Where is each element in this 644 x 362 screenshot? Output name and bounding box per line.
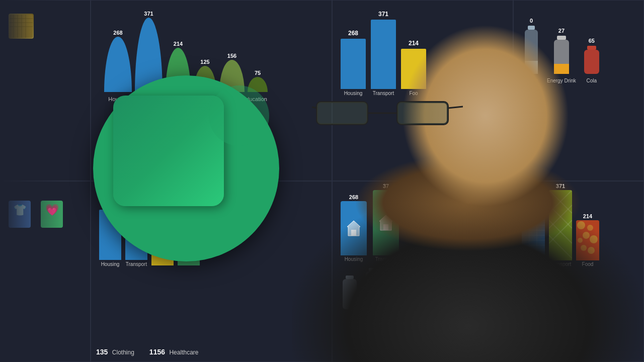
bottom-stats: 135 Clothing 1156 Healthcare — [96, 347, 198, 356]
fade-overlay — [0, 0, 60, 362]
healthcare-stat: 1156 — [149, 348, 165, 356]
svg-rect-57 — [397, 102, 448, 124]
clothing-stat-label: Clothing — [112, 349, 134, 356]
ms-project-logo — [93, 75, 279, 261]
person-overlay — [292, 0, 644, 362]
healthcare-stat-label: Healthcare — [169, 349, 198, 356]
svg-line-59 — [448, 106, 463, 108]
svg-rect-54 — [317, 102, 367, 124]
clothing-stat: 135 — [96, 348, 108, 356]
